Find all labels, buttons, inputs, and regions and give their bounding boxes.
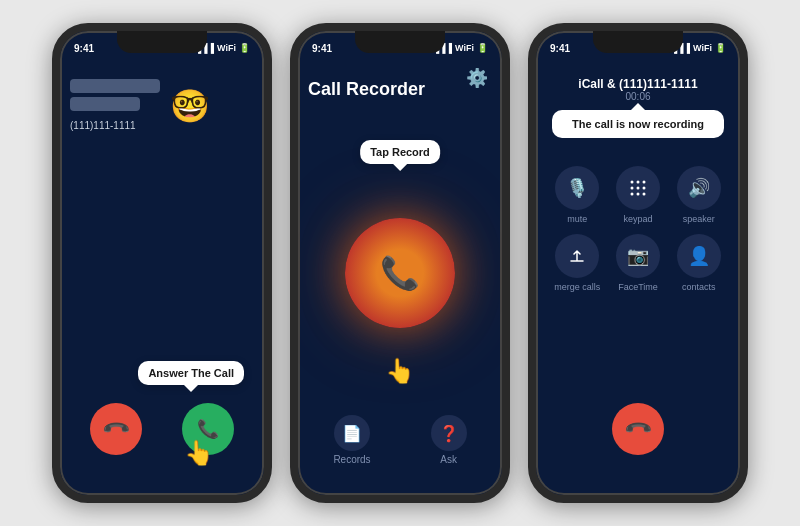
cursor-hand-2: 👆 [385, 357, 415, 385]
phone2-content: ⚙️ Call Recorder Tap Record 📞 👆 📄 Record… [298, 59, 502, 495]
svg-point-3 [630, 187, 633, 190]
app-title: Call Recorder [308, 79, 492, 100]
caller-name-group: (111)111-1111 [70, 79, 160, 133]
recording-tooltip: The call is now recording [552, 110, 724, 138]
active-call-header: iCall & (111)111-1111 00:06 [546, 77, 730, 102]
speaker-label: speaker [683, 214, 715, 224]
notch-1 [117, 31, 207, 53]
svg-point-2 [642, 181, 645, 184]
mute-icon: 🎙️ [555, 166, 599, 210]
record-tooltip-wrapper: Tap Record [360, 140, 440, 164]
ask-label: Ask [440, 454, 457, 465]
accept-phone-icon: 📞 [197, 418, 219, 440]
time-1: 9:41 [74, 43, 94, 54]
svg-point-4 [636, 187, 639, 190]
record-button[interactable]: 📞 [345, 218, 455, 328]
active-call-duration: 00:06 [546, 91, 730, 102]
facetime-label: FaceTime [618, 282, 658, 292]
svg-point-0 [630, 181, 633, 184]
keypad-label: keypad [623, 214, 652, 224]
tab-records[interactable]: 📄 Records [333, 415, 370, 465]
decline-button[interactable]: 📞 [90, 403, 142, 455]
keypad-icon [616, 166, 660, 210]
answer-tooltip: Answer The Call [138, 361, 244, 385]
active-call-name: iCall & (111)111-1111 [546, 77, 730, 91]
bottom-tabs: 📄 Records ❓ Ask [308, 415, 492, 485]
ask-icon: ❓ [431, 415, 467, 451]
decline-phone-icon: 📞 [100, 413, 131, 444]
caller-name-bar [70, 79, 160, 93]
facetime-button[interactable]: 📷 FaceTime [613, 234, 664, 292]
end-call-icon: 📞 [622, 413, 653, 444]
caller-info: (111)111-1111 🤓 [70, 79, 254, 133]
time-3: 9:41 [550, 43, 570, 54]
caller-number: (111)111-1111 [70, 120, 136, 131]
gear-icon[interactable]: ⚙️ [466, 67, 488, 89]
contacts-icon: 👤 [677, 234, 721, 278]
svg-point-6 [630, 193, 633, 196]
tap-record-tooltip: Tap Record [360, 140, 440, 164]
merge-icon [555, 234, 599, 278]
phone3-content: iCall & (111)111-1111 00:06 The call is … [536, 59, 740, 495]
mute-button[interactable]: 🎙️ mute [552, 166, 603, 224]
speaker-button[interactable]: 🔊 speaker [673, 166, 724, 224]
speaker-icon: 🔊 [677, 166, 721, 210]
notch-3 [593, 31, 683, 53]
caller-emoji-avatar: 🤓 [170, 87, 210, 125]
contacts-button[interactable]: 👤 contacts [673, 234, 724, 292]
phone-3-frame: 9:41 ▐▐▐ WiFi 🔋 iCall & (111)111-1111 00… [528, 23, 748, 503]
phone-1-frame: 9:41 ▐▐▐ WiFi 🔋 (111)111-1111 🤓 Answer T… [52, 23, 272, 503]
records-icon: 📄 [334, 415, 370, 451]
call-grid: 🎙️ mute keypad 🔊 speaker [546, 166, 730, 292]
facetime-icon: 📷 [616, 234, 660, 278]
svg-point-7 [636, 193, 639, 196]
merge-label: merge calls [554, 282, 600, 292]
keypad-button[interactable]: keypad [613, 166, 664, 224]
notch-2 [355, 31, 445, 53]
record-btn-container: Tap Record 📞 👆 [308, 130, 492, 415]
record-phone-icon: 📞 [380, 254, 420, 292]
svg-point-5 [642, 187, 645, 190]
contacts-label: contacts [682, 282, 716, 292]
svg-point-1 [636, 181, 639, 184]
svg-point-8 [642, 193, 645, 196]
time-2: 9:41 [312, 43, 332, 54]
merge-calls-button[interactable]: merge calls [552, 234, 603, 292]
caller-name-bar-2 [70, 97, 140, 111]
end-call-button[interactable]: 📞 [612, 403, 664, 455]
mute-label: mute [567, 214, 587, 224]
call-buttons: 📞 📞 [60, 403, 264, 455]
records-label: Records [333, 454, 370, 465]
cursor-hand-1: 👆 [184, 439, 214, 467]
phone-2-frame: 9:41 ▐▐▐ WiFi 🔋 ⚙️ Call Recorder Tap Rec… [290, 23, 510, 503]
tab-ask[interactable]: ❓ Ask [431, 415, 467, 465]
